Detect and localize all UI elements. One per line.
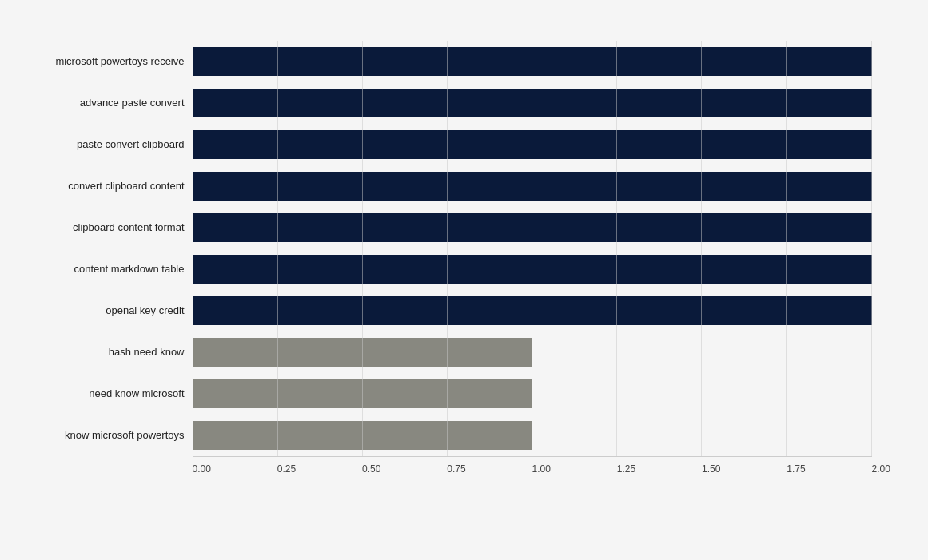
bar-fill xyxy=(193,213,872,242)
bar-fill xyxy=(193,47,872,76)
bar-label: clipboard content format xyxy=(17,221,185,233)
bar-fill xyxy=(193,421,532,450)
bar-row: know microsoft powertoys xyxy=(193,415,872,456)
bar-row: microsoft powertoys receive xyxy=(193,41,872,82)
bar-fill xyxy=(193,338,532,367)
bar-label: convert clipboard content xyxy=(17,180,185,192)
bar-label: advance paste convert xyxy=(17,97,185,109)
bar-fill xyxy=(193,130,872,159)
bar-fill xyxy=(193,379,532,408)
bar-row: advance paste convert xyxy=(193,82,872,124)
bar-label: need know microsoft xyxy=(17,387,185,399)
bar-label: microsoft powertoys receive xyxy=(17,55,185,67)
bar-label: openai key credit xyxy=(17,304,185,316)
bar-row: convert clipboard content xyxy=(193,165,872,207)
chart-container: microsoft powertoys receive advance past… xyxy=(9,9,920,552)
bar-row: need know microsoft xyxy=(193,373,872,415)
chart-area: microsoft powertoys receive advance past… xyxy=(17,41,896,456)
bar-label: hash need know xyxy=(17,346,185,358)
bar-fill xyxy=(193,255,872,284)
bar-row: clipboard content format xyxy=(193,207,872,248)
bar-fill xyxy=(193,89,872,117)
bar-label: content markdown table xyxy=(17,263,185,275)
bar-row: paste convert clipboard xyxy=(193,124,872,165)
bar-fill xyxy=(193,296,872,325)
bar-row: hash need know xyxy=(193,332,872,373)
bar-label: paste convert clipboard xyxy=(17,138,185,150)
bar-row: openai key credit xyxy=(193,290,872,332)
x-axis: 0.000.250.500.751.001.251.501.752.00 xyxy=(17,463,896,475)
bar-row: content markdown table xyxy=(193,248,872,290)
x-axis-line xyxy=(193,456,872,457)
bar-label: know microsoft powertoys xyxy=(17,429,185,441)
bar-fill xyxy=(193,172,872,201)
